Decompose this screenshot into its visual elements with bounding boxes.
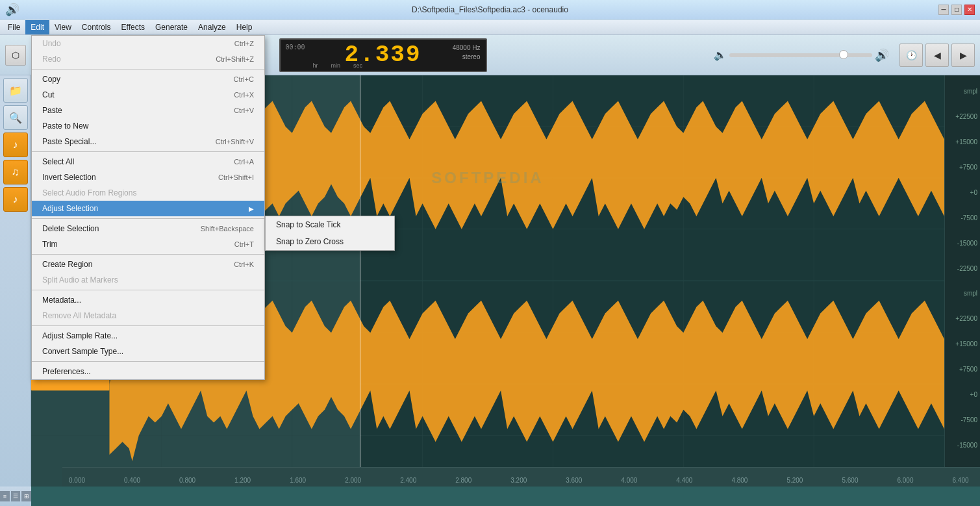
menu-adjust-sample-rate-label: Adjust Sample Rate...	[42, 331, 118, 340]
menu-paste-to-new[interactable]: Paste to New	[32, 118, 264, 134]
maximize-button[interactable]: □	[951, 5, 962, 15]
forward-button[interactable]: ▶	[951, 44, 975, 67]
menu-trim[interactable]: Trim Ctrl+T	[32, 236, 264, 252]
timeline-mark-2: 0.800	[179, 477, 195, 484]
audio-info: 48000 Hz stereo	[453, 44, 481, 62]
sidebar-btn-track1[interactable]: ♪	[3, 133, 28, 157]
menu-invert-selection-label: Invert Selection	[42, 173, 96, 182]
scale-7500-top: +7500	[945, 164, 977, 171]
volume-slider[interactable]	[729, 53, 872, 57]
menu-item-effects[interactable]: Effects	[116, 20, 150, 34]
menu-item-edit[interactable]: Edit	[25, 20, 49, 34]
menu-convert-sample-type[interactable]: Convert Sample Type...	[32, 344, 264, 359]
scale-0-top: +0	[945, 189, 977, 196]
timeline-mark-15: 6.000	[897, 477, 913, 484]
back-button[interactable]: ◀	[925, 44, 949, 67]
separator-7	[32, 361, 264, 362]
volume-thumb[interactable]	[839, 50, 848, 59]
sidebar-btn-track3[interactable]: ♪	[3, 187, 28, 212]
sidebar-btn-search[interactable]: 🔍	[3, 105, 28, 130]
snap-to-zero-cross-label: Snap to Zero Cross	[276, 237, 344, 246]
menu-metadata[interactable]: Metadata...	[32, 292, 264, 308]
close-button[interactable]: ✕	[964, 5, 975, 15]
menu-select-all[interactable]: Select All Ctrl+A	[32, 154, 264, 170]
adjust-selection-arrow: ▶	[249, 205, 254, 212]
timeline-mark-8: 3.200	[510, 477, 527, 484]
timeline-mark-6: 2.400	[400, 477, 416, 484]
snap-to-scale-tick-label: Snap to Scale Tick	[276, 220, 340, 229]
scale-n22500-top: -22500	[945, 265, 977, 272]
menu-create-region[interactable]: Create Region Ctrl+K	[32, 257, 264, 272]
bot-btn-1[interactable]: ≡	[0, 491, 10, 501]
menu-select-audio-from-regions[interactable]: Select Audio From Regions	[32, 185, 264, 201]
menu-select-all-shortcut: Ctrl+A	[234, 158, 254, 166]
timeline-content: 0.000 0.400 0.800 1.200 1.600 2.000 2.40…	[62, 468, 980, 487]
timeline-mark-1: 0.400	[124, 477, 140, 484]
left-sidebar: 📁 🔍 ♪ ♫ ♪	[0, 75, 31, 491]
toolbar-btn-1[interactable]: ⬡	[5, 45, 26, 66]
volume-high-icon: 🔊	[875, 48, 889, 62]
menu-cut-shortcut: Ctrl+X	[234, 91, 254, 99]
menu-paste-label: Paste	[42, 106, 62, 115]
bot-btn-3[interactable]: ⊞	[21, 491, 31, 501]
app-logo: 🔊	[5, 3, 19, 17]
menu-paste-shortcut: Ctrl+V	[234, 107, 254, 114]
clock-button[interactable]: 🕐	[899, 44, 923, 67]
menu-cut-label: Cut	[42, 90, 55, 99]
scale-n7500-bot: -7500	[945, 416, 977, 424]
menu-adjust-selection[interactable]: Adjust Selection ▶	[32, 201, 264, 216]
menu-copy-shortcut: Ctrl+C	[234, 75, 254, 83]
menu-item-help[interactable]: Help	[231, 20, 258, 34]
sidebar-btn-track2[interactable]: ♫	[3, 160, 28, 184]
menu-undo-label: Undo	[42, 39, 61, 48]
menu-adjust-selection-label: Adjust Selection	[42, 204, 98, 213]
timeline-mark-10: 4.000	[621, 477, 637, 484]
separator-2	[32, 151, 264, 152]
menu-paste[interactable]: Paste Ctrl+V	[32, 103, 264, 118]
menu-redo[interactable]: Redo Ctrl+Shift+Z	[32, 51, 264, 67]
timeline-mark-14: 5.600	[842, 477, 858, 484]
small-time: 00:00	[286, 44, 305, 51]
menu-undo[interactable]: Undo Ctrl+Z	[32, 36, 264, 51]
menu-invert-selection-shortcut: Ctrl+Shift+I	[218, 173, 254, 181]
minimize-button[interactable]: ─	[938, 5, 949, 15]
menu-paste-to-new-label: Paste to New	[42, 121, 88, 131]
menu-create-region-label: Create Region	[42, 260, 92, 269]
menu-item-analyze[interactable]: Analyze	[193, 20, 231, 34]
playhead	[360, 75, 360, 487]
timeline-mark-3: 1.200	[234, 477, 251, 484]
menu-delete-selection[interactable]: Delete Selection Shift+Backspace	[32, 221, 264, 236]
menu-copy[interactable]: Copy Ctrl+C	[32, 71, 264, 87]
bottom-toolbar: ≡ ☰ ⊞	[0, 487, 31, 506]
sec-label: sec	[353, 62, 362, 69]
scale-n15000-top: -15000	[945, 240, 977, 247]
timeline-mark-11: 4.400	[676, 477, 692, 484]
menu-item-view[interactable]: View	[49, 20, 77, 34]
menu-item-controls[interactable]: Controls	[77, 20, 116, 34]
title-bar: 🔊 D:\Softpedia_Files\Softpedia.ac3 - oce…	[0, 0, 980, 19]
menu-item-generate[interactable]: Generate	[150, 20, 193, 34]
scale-15000-bot: +15000	[945, 340, 977, 348]
menu-adjust-sample-rate[interactable]: Adjust Sample Rate...	[32, 328, 264, 344]
sidebar-btn-open[interactable]: 📁	[3, 78, 28, 103]
menu-invert-selection[interactable]: Invert Selection Ctrl+Shift+I	[32, 170, 264, 185]
menu-split-audio[interactable]: Split Audio at Markers	[32, 272, 264, 288]
bot-btn-2[interactable]: ☰	[11, 491, 21, 501]
menu-remove-metadata[interactable]: Remove All Metadata	[32, 308, 264, 323]
menu-redo-shortcut: Ctrl+Shift+Z	[216, 55, 254, 63]
menu-trim-label: Trim	[42, 240, 58, 249]
submenu-snap-to-scale-tick[interactable]: Snap to Scale Tick	[266, 216, 394, 233]
timeline-mark-5: 2.000	[345, 477, 361, 484]
playback-controls: 🕐 ◀ ▶	[899, 44, 975, 67]
submenu-snap-to-zero-cross[interactable]: Snap to Zero Cross	[266, 233, 394, 250]
menu-copy-label: Copy	[42, 75, 60, 84]
separator-4	[32, 254, 264, 255]
menu-item-file[interactable]: File	[3, 20, 25, 34]
menu-paste-special[interactable]: Paste Special... Ctrl+Shift+V	[32, 134, 264, 149]
separator-1	[32, 69, 264, 70]
hr-label: hr	[313, 62, 318, 69]
menu-preferences[interactable]: Preferences...	[32, 364, 264, 379]
channels: stereo	[453, 53, 481, 62]
window-title: D:\Softpedia_Files\Softpedia.ac3 - ocena…	[412, 5, 568, 14]
menu-cut[interactable]: Cut Ctrl+X	[32, 87, 264, 103]
